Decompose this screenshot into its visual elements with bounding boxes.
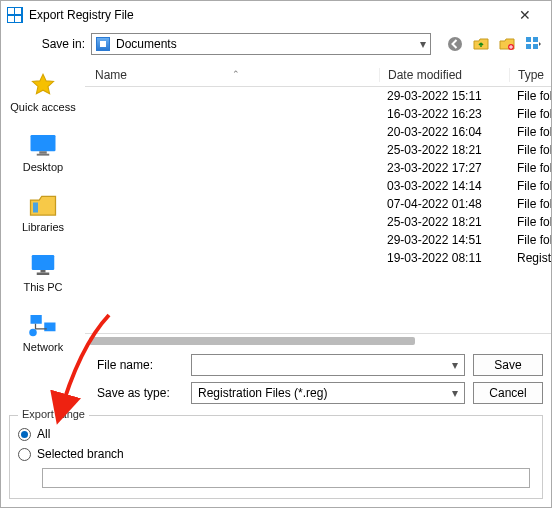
- nav-icons: [445, 34, 543, 54]
- cell-type: File folder: [509, 143, 551, 157]
- folder-up-icon[interactable]: [471, 34, 491, 54]
- libraries-icon: [27, 191, 59, 219]
- views-icon[interactable]: [523, 34, 543, 54]
- cell-date: 16-03-2022 16:23: [379, 107, 509, 121]
- svg-rect-2: [526, 37, 531, 42]
- radio-all-row[interactable]: All: [18, 424, 534, 444]
- cell-date: 03-03-2022 14:14: [379, 179, 509, 193]
- network-icon: [27, 311, 59, 339]
- svg-point-15: [29, 329, 37, 337]
- cell-date: 20-03-2022 16:04: [379, 125, 509, 139]
- horizontal-scrollbar[interactable]: [85, 333, 551, 347]
- pc-icon: [27, 251, 59, 279]
- place-label: Quick access: [10, 101, 75, 113]
- desktop-icon: [27, 131, 59, 159]
- export-range-legend: Export range: [18, 408, 89, 420]
- cell-date: 29-03-2022 15:11: [379, 89, 509, 103]
- save-as-type-dropdown[interactable]: Registration Files (*.reg) ▾: [191, 382, 465, 404]
- place-network[interactable]: Network: [1, 307, 85, 357]
- column-type[interactable]: Type: [509, 68, 551, 82]
- sort-arrow-icon: ⌃: [232, 69, 240, 79]
- place-quick-access[interactable]: Quick access: [1, 67, 85, 117]
- cell-type: Registration Entries: [509, 251, 551, 265]
- places-bar: Quick access Desktop Libraries This PC N…: [1, 63, 85, 411]
- place-label: Desktop: [23, 161, 63, 173]
- radio-selected-row[interactable]: Selected branch: [18, 444, 534, 464]
- radio-all-label: All: [37, 427, 50, 441]
- svg-rect-8: [37, 154, 50, 156]
- svg-point-0: [448, 37, 462, 51]
- file-list-area: ⌃Name Date modified Type 29-03-2022 15:1…: [85, 63, 551, 411]
- save-in-dropdown[interactable]: Documents ▾: [91, 33, 431, 55]
- column-date[interactable]: Date modified: [379, 68, 509, 82]
- cell-type: File folder: [509, 125, 551, 139]
- regedit-icon: [7, 7, 23, 23]
- table-row[interactable]: 16-03-2022 16:23File folder: [85, 105, 551, 123]
- cell-date: 23-03-2022 17:27: [379, 161, 509, 175]
- cell-type: File folder: [509, 107, 551, 121]
- svg-rect-4: [526, 44, 531, 49]
- place-desktop[interactable]: Desktop: [1, 127, 85, 177]
- save-as-type-label: Save as type:: [93, 386, 183, 400]
- svg-rect-5: [533, 44, 538, 49]
- radio-selected-label: Selected branch: [37, 447, 124, 461]
- cell-date: 25-03-2022 18:21: [379, 215, 509, 229]
- radio-selected-branch[interactable]: [18, 448, 31, 461]
- table-row[interactable]: 19-03-2022 08:11Registration Entries: [85, 249, 551, 267]
- svg-rect-11: [41, 270, 46, 273]
- cell-date: 25-03-2022 18:21: [379, 143, 509, 157]
- cell-type: File folder: [509, 233, 551, 247]
- selected-branch-input[interactable]: [42, 468, 530, 488]
- chevron-down-icon[interactable]: ▾: [452, 386, 458, 400]
- file-rows[interactable]: 29-03-2022 15:11File folder16-03-2022 16…: [85, 87, 551, 333]
- table-row[interactable]: 25-03-2022 18:21File folder: [85, 141, 551, 159]
- radio-all[interactable]: [18, 428, 31, 441]
- svg-rect-9: [33, 203, 38, 213]
- place-this-pc[interactable]: This PC: [1, 247, 85, 297]
- place-label: Libraries: [22, 221, 64, 233]
- chevron-down-icon: ▾: [420, 37, 426, 51]
- place-label: This PC: [23, 281, 62, 293]
- scrollbar-thumb[interactable]: [89, 337, 415, 345]
- form-rows: File name: ▾ Save Save as type: Registra…: [85, 347, 551, 411]
- file-name-input[interactable]: ▾: [191, 354, 465, 376]
- documents-icon: [96, 37, 110, 51]
- column-name[interactable]: ⌃Name: [85, 68, 379, 82]
- middle-area: Quick access Desktop Libraries This PC N…: [1, 63, 551, 411]
- svg-rect-13: [31, 315, 42, 324]
- table-row[interactable]: 23-03-2022 17:27File folder: [85, 159, 551, 177]
- save-in-value: Documents: [116, 37, 414, 51]
- titlebar: Export Registry File ✕: [1, 1, 551, 29]
- cell-type: File folder: [509, 197, 551, 211]
- chevron-down-icon[interactable]: ▾: [452, 358, 458, 372]
- back-icon[interactable]: [445, 34, 465, 54]
- table-row[interactable]: 25-03-2022 18:21File folder: [85, 213, 551, 231]
- save-in-label: Save in:: [9, 37, 85, 51]
- file-name-label: File name:: [93, 358, 183, 372]
- svg-rect-12: [37, 273, 50, 276]
- place-label: Network: [23, 341, 63, 353]
- table-row[interactable]: 29-03-2022 15:11File folder: [85, 87, 551, 105]
- cell-type: File folder: [509, 179, 551, 193]
- table-row[interactable]: 07-04-2022 01:48File folder: [85, 195, 551, 213]
- close-button[interactable]: ✕: [505, 7, 545, 23]
- save-button[interactable]: Save: [473, 354, 543, 376]
- table-row[interactable]: 20-03-2022 16:04File folder: [85, 123, 551, 141]
- cell-type: File folder: [509, 89, 551, 103]
- table-row[interactable]: 29-03-2022 14:51File folder: [85, 231, 551, 249]
- star-icon: [27, 71, 59, 99]
- cancel-button[interactable]: Cancel: [473, 382, 543, 404]
- file-name-field[interactable]: [198, 357, 452, 373]
- svg-rect-3: [533, 37, 538, 42]
- svg-rect-10: [32, 255, 55, 270]
- save-as-type-value: Registration Files (*.reg): [198, 386, 452, 400]
- place-libraries[interactable]: Libraries: [1, 187, 85, 237]
- window-title: Export Registry File: [29, 8, 505, 22]
- new-folder-icon[interactable]: [497, 34, 517, 54]
- svg-rect-14: [44, 323, 55, 332]
- cell-type: File folder: [509, 161, 551, 175]
- svg-rect-6: [31, 135, 56, 151]
- table-row[interactable]: 03-03-2022 14:14File folder: [85, 177, 551, 195]
- column-headers: ⌃Name Date modified Type: [85, 63, 551, 87]
- svg-rect-7: [39, 151, 47, 154]
